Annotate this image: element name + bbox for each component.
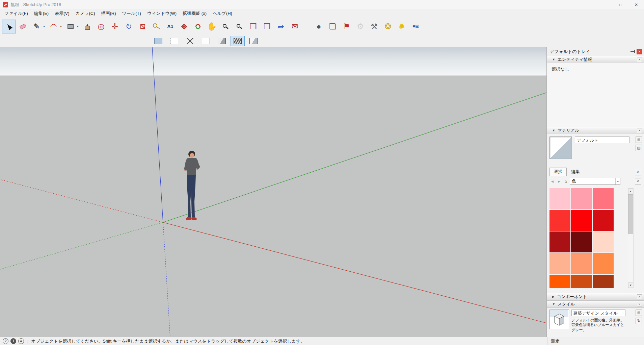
menu-item-view[interactable]: 表示(V) — [52, 9, 72, 18]
section-display-tool[interactable]: ❏ — [326, 20, 340, 33]
pan-tool[interactable]: ✋ — [205, 20, 219, 33]
paint-bucket-tool[interactable] — [177, 20, 191, 33]
styles-close-button[interactable]: × — [637, 302, 642, 307]
color-swatch[interactable] — [593, 231, 614, 252]
monochrome-style-button[interactable] — [246, 36, 261, 46]
scroll-up-button[interactable]: ▲ — [628, 189, 633, 194]
b-plugin-button[interactable]: ≡B — [409, 20, 423, 33]
rotate-tool[interactable]: ↻ — [122, 20, 136, 33]
create-material-button[interactable]: ⊞ — [636, 137, 642, 143]
shaded-style-button[interactable] — [215, 36, 229, 46]
paint-details-button[interactable]: ✐ — [635, 178, 641, 184]
menu-item-file[interactable]: ファイル(F) — [1, 9, 31, 18]
color-swatch[interactable] — [593, 210, 614, 231]
swatch-scrollbar[interactable]: ▲ ▼ — [628, 188, 634, 288]
share-model-button[interactable]: ➦ — [274, 20, 288, 33]
tab-select[interactable]: 選択 — [549, 168, 567, 176]
text-tool[interactable]: A1 — [163, 20, 177, 33]
color-swatch[interactable] — [593, 275, 614, 288]
color-swatch[interactable] — [593, 188, 614, 209]
tape-measure-tool[interactable] — [150, 20, 163, 33]
forward-button[interactable]: ▶ — [556, 178, 562, 184]
tray-close-button[interactable]: ✕ — [637, 49, 642, 54]
select-tool[interactable] — [2, 20, 16, 33]
gear-tool[interactable]: ⚙ — [353, 20, 367, 33]
wireframe-style-button[interactable] — [183, 36, 197, 46]
materials-pour-tool[interactable]: ❂ — [381, 20, 395, 33]
arc-tool-dropdown[interactable]: ▾ — [58, 20, 63, 33]
scroll-down-button[interactable]: ▼ — [628, 282, 633, 288]
xray-style-button[interactable] — [151, 36, 165, 46]
rectangle-tool-icon: ▾ — [77, 25, 79, 28]
menu-item-edit[interactable]: 編集(E) — [31, 9, 52, 18]
color-swatch[interactable] — [549, 188, 570, 209]
color-swatch[interactable] — [571, 231, 592, 252]
sample-paint-button[interactable]: ✐ — [635, 169, 641, 175]
entity-info-header[interactable]: ▼ エンティティ情報 × — [547, 56, 644, 63]
lightbulb-tool[interactable]: ✹ — [395, 20, 409, 33]
menu-item-tools[interactable]: ツール(T) — [119, 9, 144, 18]
pin-icon[interactable] — [630, 51, 634, 52]
eraser-tool[interactable] — [16, 20, 30, 33]
shadow-sphere-tool[interactable]: ● — [312, 20, 326, 33]
style-name-field[interactable]: 建築デザイン スタイル — [571, 310, 625, 316]
add-location-tool[interactable]: ⚑ — [340, 20, 353, 33]
color-swatch[interactable] — [549, 210, 570, 231]
line-tool-dropdown[interactable]: ▾ — [42, 20, 47, 33]
color-swatch[interactable] — [593, 253, 614, 274]
color-swatch[interactable] — [571, 275, 592, 288]
color-swatch[interactable] — [571, 188, 592, 209]
send-to-layout-button[interactable]: ✉ — [288, 20, 302, 33]
shaded-textures-style-button[interactable] — [231, 36, 245, 46]
entity-info-close-button[interactable]: × — [637, 57, 642, 62]
info-icon[interactable]: i — [10, 338, 16, 344]
color-swatch[interactable] — [549, 275, 570, 288]
maximize-button[interactable]: □ — [613, 0, 628, 9]
orbit-tool[interactable] — [191, 20, 205, 33]
in-model-home-button[interactable]: ⌂ — [563, 178, 569, 184]
extension-warehouse-button[interactable]: ❒ — [260, 20, 274, 33]
offset-tool[interactable]: ◎ — [94, 20, 108, 33]
scale-tool[interactable] — [136, 20, 150, 33]
wrench-tool[interactable]: ⚒ — [367, 20, 381, 33]
scrollbar-thumb[interactable] — [628, 194, 633, 234]
materials-category-dropdown[interactable]: 色 ▾ — [570, 178, 620, 185]
create-style-button[interactable]: ⊞ — [636, 310, 642, 316]
menu-item-help[interactable]: ヘルプ(H) — [210, 9, 235, 18]
color-swatch[interactable] — [571, 253, 592, 274]
style-preview-thumbnail[interactable] — [549, 310, 569, 329]
menu-item-extensions[interactable]: 拡張機能 (x) — [180, 9, 210, 18]
styles-header[interactable]: ▼ スタイル × — [547, 300, 644, 308]
tab-edit[interactable]: 編集 — [567, 168, 584, 176]
zoom-extents-tool[interactable] — [233, 20, 246, 33]
measurements-input[interactable] — [560, 337, 641, 345]
model-viewport[interactable] — [0, 47, 546, 337]
menu-item-draw[interactable]: 描画(R) — [98, 9, 119, 18]
get-models-button[interactable]: ❐ — [246, 20, 260, 33]
scale-figure-person[interactable] — [180, 150, 204, 223]
material-preview-thumbnail[interactable] — [549, 137, 572, 159]
back-edges-style-button[interactable] — [167, 36, 181, 46]
color-swatch[interactable] — [571, 210, 592, 231]
rectangle-tool-dropdown[interactable]: ▾ — [75, 20, 80, 33]
secondary-pane-toggle-button[interactable]: ▤ — [636, 145, 642, 151]
material-name-field[interactable]: デフォルト — [575, 137, 629, 143]
menu-item-camera[interactable]: カメラ(C) — [73, 9, 98, 18]
person-icon[interactable]: ♟ — [18, 338, 24, 344]
push-pull-tool[interactable] — [80, 20, 94, 33]
color-swatch[interactable] — [549, 253, 570, 274]
hidden-line-style-button[interactable] — [199, 36, 213, 46]
update-style-button[interactable]: ↻ — [636, 318, 642, 324]
help-icon[interactable]: ? — [3, 338, 8, 344]
materials-header[interactable]: ▼ マテリアル × — [547, 127, 644, 134]
minimize-button[interactable]: — — [597, 0, 613, 9]
components-header[interactable]: ▶ コンポーネント × — [547, 293, 644, 300]
components-close-button[interactable]: × — [637, 294, 642, 299]
materials-close-button[interactable]: × — [637, 128, 642, 133]
color-swatch[interactable] — [549, 231, 570, 252]
move-tool[interactable]: ✛ — [108, 20, 122, 33]
close-button[interactable]: ✕ — [628, 0, 644, 9]
zoom-tool[interactable] — [219, 20, 233, 33]
back-button[interactable]: ◀ — [549, 178, 555, 184]
menu-item-window[interactable]: ウィンドウ(W) — [144, 9, 180, 18]
